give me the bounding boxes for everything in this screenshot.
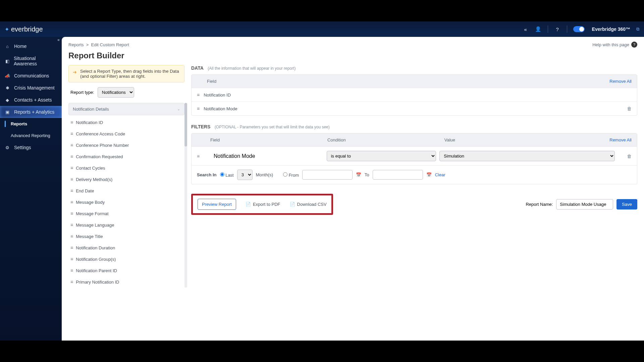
data-panel-hint: (All the information that will appear in… xyxy=(208,66,296,71)
help-question-icon: ? xyxy=(631,42,637,48)
report-type-label: Report type: xyxy=(70,90,94,95)
drag-handle-icon: ≡ xyxy=(70,234,72,239)
draggable-field[interactable]: ≡Notification ID xyxy=(68,117,184,128)
drag-handle-icon: ≡ xyxy=(70,256,72,262)
nav-icon: 📣 xyxy=(5,73,10,78)
help-with-page-label: Help with this page xyxy=(592,42,629,47)
nav-icon: ◧ xyxy=(5,59,10,64)
export-pdf-button[interactable]: 📄 Export to PDF xyxy=(246,202,280,207)
trash-icon[interactable]: 🗑 xyxy=(627,154,632,159)
draggable-field[interactable]: ≡Message Format xyxy=(68,208,184,219)
from-date-input[interactable] xyxy=(302,170,353,180)
brand-toggle[interactable] xyxy=(573,26,585,32)
report-name-label: Report Name: xyxy=(526,202,553,207)
breadcrumb-root[interactable]: Reports xyxy=(68,42,84,47)
info-icon: ➜ xyxy=(73,69,77,79)
filters-panel-hint: (OPTIONAL - Parameters you set that will… xyxy=(215,125,330,129)
data-remove-all[interactable]: Remove All xyxy=(609,79,632,84)
drag-handle-icon: ≡ xyxy=(70,222,72,228)
sidebar-subitem-advanced-reporting[interactable]: Advanced Reporting xyxy=(0,130,62,141)
search-months-select[interactable]: 3 xyxy=(237,170,253,180)
data-col-field: Field xyxy=(207,79,216,84)
breadcrumb: Reports > Edit Custom Report xyxy=(68,42,129,47)
data-table: Field Remove All ≡Notification ID≡Notifi… xyxy=(191,74,637,116)
sidebar-item-reports-analytics[interactable]: ▣Reports + Analytics xyxy=(0,106,62,118)
help-icon[interactable]: ? xyxy=(554,26,561,33)
search-from-radio[interactable]: From xyxy=(283,172,299,178)
logo: ✦ everbridge xyxy=(5,25,43,33)
draggable-field[interactable]: ≡Message Body xyxy=(68,196,184,208)
draggable-field[interactable]: ≡Conference Phone Number xyxy=(68,139,184,151)
to-date-input[interactable] xyxy=(373,170,423,180)
drag-handle-icon: ≡ xyxy=(70,120,72,125)
divider xyxy=(548,25,548,33)
preview-report-button[interactable]: Preview Report xyxy=(198,199,236,210)
draggable-field[interactable]: ≡Message Title xyxy=(68,231,184,242)
download-csv-button[interactable]: 📄 Download CSV xyxy=(290,202,327,207)
report-type-select[interactable]: Notifications xyxy=(98,87,134,98)
report-name-input[interactable] xyxy=(556,199,613,209)
draggable-field[interactable]: ≡Message Language xyxy=(68,219,184,231)
nav-icon: ▣ xyxy=(5,110,10,115)
field-section-header[interactable]: Notification Details ⌄ xyxy=(68,103,184,115)
drag-handle-icon[interactable]: ≡ xyxy=(197,106,199,111)
filter-condition-select[interactable]: is equal to xyxy=(327,151,436,161)
to-label: To xyxy=(365,172,369,177)
draggable-field[interactable]: ≡Notification Group(s) xyxy=(68,253,184,265)
field-section-title: Notification Details xyxy=(73,107,109,112)
sidebar-item-communications[interactable]: 📣Communications xyxy=(0,70,62,82)
collapse-header-icon[interactable]: « xyxy=(522,26,529,33)
filter-field-name: Notification Mode xyxy=(214,153,323,159)
external-link-icon[interactable]: ⧉ xyxy=(636,26,639,32)
drag-handle-icon: ≡ xyxy=(70,142,72,148)
brand-360-label: Everbridge 360™ xyxy=(592,26,630,32)
drag-handle-icon[interactable]: ≡ xyxy=(197,154,210,159)
calendar-icon[interactable]: 📅 xyxy=(356,172,361,177)
sidebar: « ⌂Home◧Situational Awareness📣Communicat… xyxy=(0,37,62,341)
sidebar-item-contacts-assets[interactable]: ◆Contacts + Assets xyxy=(0,94,62,106)
filters-col-field: Field xyxy=(210,137,327,142)
draggable-field[interactable]: ≡Notification Parent ID xyxy=(68,265,184,276)
calendar-icon[interactable]: 📅 xyxy=(426,172,432,177)
draggable-field[interactable]: ≡Confirmation Requested xyxy=(68,151,184,162)
nav-icon: ⚙ xyxy=(5,145,10,150)
filters-col-value: Value xyxy=(444,137,455,142)
drag-handle-icon: ≡ xyxy=(70,211,72,216)
draggable-field[interactable]: ≡Delivery Method(s) xyxy=(68,174,184,185)
info-box: ➜ Select a Report Type, then drag fields… xyxy=(68,65,184,82)
save-button[interactable]: Save xyxy=(616,199,637,209)
sidebar-item-crisis-management[interactable]: ✱Crisis Management xyxy=(0,82,62,94)
draggable-field[interactable]: ≡Contact Cycles xyxy=(68,162,184,174)
search-last-radio[interactable]: Last xyxy=(220,172,234,178)
brand-name: everbridge xyxy=(11,25,43,33)
fields-panel: Notification Details ⌄ ≡Notification ID≡… xyxy=(68,103,184,288)
drag-handle-icon: ≡ xyxy=(70,131,72,136)
trash-icon[interactable]: 🗑 xyxy=(627,106,632,111)
sidebar-item-settings[interactable]: ⚙Settings xyxy=(0,141,62,154)
csv-icon: 📄 xyxy=(290,202,295,207)
sidebar-subitem-reports[interactable]: Reports xyxy=(0,118,62,130)
filters-panel-title: FILTERS xyxy=(191,124,210,129)
nav-icon: ⌂ xyxy=(5,44,10,49)
clear-link[interactable]: Clear xyxy=(435,172,445,177)
draggable-field[interactable]: ≡Notification Duration xyxy=(68,242,184,253)
sidebar-item-situational-awareness[interactable]: ◧Situational Awareness xyxy=(0,52,62,70)
info-text: Select a Report Type, then drag fields i… xyxy=(80,69,180,79)
drag-handle-icon[interactable]: ≡ xyxy=(197,92,199,98)
draggable-field[interactable]: ≡End Date xyxy=(68,185,184,196)
draggable-field[interactable]: ≡Primary Notification ID xyxy=(68,276,184,288)
user-icon[interactable]: 👤 xyxy=(535,26,542,33)
help-with-page[interactable]: Help with this page ? xyxy=(592,42,637,48)
filter-value-select[interactable]: Simulation xyxy=(439,151,615,161)
draggable-field[interactable]: ≡Conference Access Code xyxy=(68,128,184,139)
filters-remove-all[interactable]: Remove All xyxy=(609,137,632,142)
sidebar-item-home[interactable]: ⌂Home xyxy=(0,40,62,52)
divider xyxy=(567,25,567,33)
nav-icon: ◆ xyxy=(5,98,10,103)
nav-icon: ✱ xyxy=(5,85,10,90)
filters-table: Field Condition Value Remove All ≡ xyxy=(191,133,637,184)
page-title: Report Builder xyxy=(68,51,637,60)
sidebar-collapse-icon[interactable]: « xyxy=(57,38,60,42)
drag-handle-icon: ≡ xyxy=(70,177,72,182)
scrollbar-thumb[interactable] xyxy=(184,103,187,146)
